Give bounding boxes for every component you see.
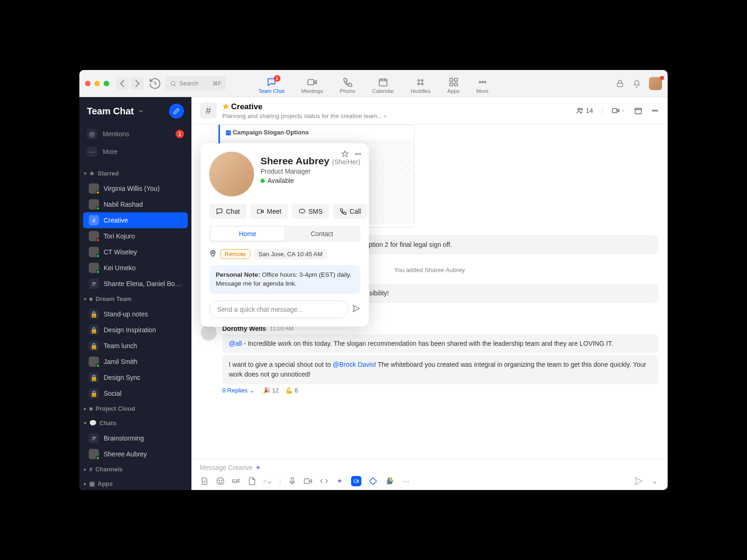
- history-button[interactable]: [148, 77, 162, 90]
- group-icon: [89, 279, 99, 289]
- gif-icon[interactable]: GIF: [232, 476, 241, 486]
- svg-rect-35: [291, 478, 293, 483]
- more-icon[interactable]: [354, 150, 362, 160]
- sparkle-icon[interactable]: ✦: [255, 464, 261, 471]
- star-icon[interactable]: [341, 150, 349, 160]
- section-chats[interactable]: ▾ 💬 Chats: [79, 416, 191, 430]
- svg-point-13: [484, 81, 486, 83]
- replies-button[interactable]: 8 Replies⌄ 🎉 12 💪 6: [222, 387, 658, 394]
- chevron-down-icon[interactable]: [138, 108, 144, 114]
- more-tools-icon[interactable]: ⋯: [402, 476, 411, 486]
- nav-phone[interactable]: Phone: [338, 74, 357, 97]
- bell-icon[interactable]: [632, 79, 641, 88]
- chevron-down-icon: ▾: [84, 296, 86, 301]
- sidebar-item[interactable]: CT Wiseley: [79, 244, 191, 260]
- screenshot-icon[interactable]: ⌄: [263, 476, 273, 486]
- star-icon[interactable]: ★: [222, 102, 229, 112]
- nav-team-chat[interactable]: 1 Team Chat: [257, 74, 287, 97]
- sidebar-item[interactable]: Brainstorming: [79, 430, 191, 446]
- nav-apps[interactable]: Apps: [445, 74, 461, 97]
- lock-icon[interactable]: [615, 79, 625, 88]
- message-list[interactable]: ▦ Campaign Slogan Options p with. I am a…: [191, 125, 668, 459]
- chevron-right-icon: ▸: [84, 481, 86, 486]
- mention[interactable]: @Brock Davis: [333, 361, 374, 368]
- nav-back-button[interactable]: [116, 77, 129, 90]
- mention[interactable]: @all: [229, 340, 242, 347]
- sidebar-item[interactable]: Sheree Aubrey: [79, 446, 191, 462]
- sidebar-mentions[interactable]: @ Mentions 1: [79, 125, 191, 143]
- sidebar-item[interactable]: 🔒Design Inspiration: [79, 322, 191, 338]
- zoom-app-icon[interactable]: [351, 476, 361, 486]
- sidebar-item-label: Virginia Willis (You): [104, 185, 160, 192]
- sidebar-header: Team Chat: [79, 97, 191, 125]
- sidebar-item[interactable]: 🔒Team lunch: [79, 338, 191, 354]
- mentions-badge: 1: [176, 130, 184, 138]
- sidebar-item[interactable]: Jamil Smith: [79, 354, 191, 370]
- profile-avatar[interactable]: [209, 152, 254, 196]
- sidebar-item[interactable]: Shante Elena, Daniel Bow...: [79, 276, 191, 292]
- video-call-button[interactable]: [612, 106, 626, 115]
- message-composer[interactable]: Message Creative ✦ GIF ⌄ | ✦ ⋯: [191, 459, 668, 490]
- avatar[interactable]: [201, 325, 217, 341]
- chevron-down-icon[interactable]: ⌄: [650, 476, 659, 486]
- search-input[interactable]: Search ⌘F: [165, 77, 226, 91]
- nav-more[interactable]: More: [474, 74, 490, 97]
- sidebar-item[interactable]: #Creative: [83, 212, 188, 228]
- format-icon[interactable]: [200, 476, 209, 486]
- section-project-cloud[interactable]: ▸ ■ Project Cloud: [79, 401, 191, 416]
- sidebar-item[interactable]: Virginia Willis (You): [79, 181, 191, 196]
- sidebar-item[interactable]: 🔒Stand-up notes: [79, 306, 191, 322]
- sidebar-item[interactable]: Nabil Rashad: [79, 196, 191, 212]
- record-icon[interactable]: [303, 476, 313, 486]
- chat-button[interactable]: Chat: [209, 204, 247, 219]
- svg-point-5: [418, 83, 420, 85]
- sidebar-item[interactable]: 🔒Design Sync: [79, 370, 191, 385]
- sidebar-item-label: Tori Kojuro: [104, 232, 135, 240]
- meet-button[interactable]: Meet: [250, 204, 288, 219]
- profile-avatar[interactable]: [649, 77, 662, 90]
- calendar-button[interactable]: [634, 106, 642, 115]
- sidebar-item[interactable]: Kei Umeko: [79, 260, 191, 276]
- send-icon[interactable]: [352, 304, 360, 315]
- sidebar-item[interactable]: 🔒Social: [79, 385, 191, 401]
- nav-forward-button[interactable]: [131, 77, 144, 90]
- sms-button[interactable]: SMS: [292, 204, 329, 219]
- ai-icon[interactable]: ✦: [335, 476, 345, 486]
- sidebar-item[interactable]: Tori Kojuro: [79, 228, 191, 244]
- members-button[interactable]: 14: [576, 106, 593, 115]
- divider: |: [601, 107, 603, 114]
- mic-icon[interactable]: [288, 476, 297, 486]
- call-button[interactable]: Call: [333, 204, 367, 219]
- section-apps[interactable]: ▸ ▣ Apps: [79, 476, 191, 490]
- jira-app-icon[interactable]: [368, 476, 378, 486]
- avatar: [89, 357, 99, 367]
- sidebar-more[interactable]: ⋯ More: [79, 143, 191, 161]
- maximize-window[interactable]: [104, 81, 109, 86]
- tab-contact[interactable]: Contact: [285, 227, 359, 241]
- close-window[interactable]: [85, 81, 91, 86]
- attach-icon[interactable]: [247, 476, 257, 486]
- sidebar-item-label: Brainstorming: [104, 434, 144, 442]
- more-button[interactable]: [651, 106, 659, 115]
- nav-calendar[interactable]: Calendar: [370, 74, 396, 97]
- section-channels[interactable]: ▸ # Channels: [79, 462, 191, 476]
- code-icon[interactable]: [319, 476, 329, 486]
- tab-home[interactable]: Home: [211, 227, 285, 241]
- section-dream-team[interactable]: ▾ ■ Dream Team: [79, 292, 191, 306]
- avatar: [89, 231, 99, 241]
- section-starred[interactable]: ▾ ★ Starred: [79, 166, 191, 181]
- nav-huddles[interactable]: Huddles: [409, 74, 432, 97]
- message-bubble[interactable]: I want to give a special shout out to @B…: [222, 355, 658, 384]
- emoji-icon[interactable]: [216, 476, 225, 486]
- minimize-window[interactable]: [94, 81, 100, 86]
- channel-desc[interactable]: Planning and sharing projects status for…: [222, 112, 382, 119]
- message-bubble[interactable]: @all - Incredible work on this today. Th…: [222, 334, 658, 353]
- video-icon: [307, 77, 317, 87]
- window-controls: [85, 81, 109, 86]
- quick-message-input[interactable]: Send a quick chat message...: [209, 301, 348, 318]
- send-icon[interactable]: [634, 476, 643, 486]
- drive-app-icon[interactable]: [385, 476, 395, 486]
- sidebar: Team Chat @ Mentions 1 ⋯ More ▾ ★ Starre…: [79, 97, 191, 490]
- compose-button[interactable]: [169, 104, 184, 119]
- nav-meetings[interactable]: Meetings: [299, 74, 325, 97]
